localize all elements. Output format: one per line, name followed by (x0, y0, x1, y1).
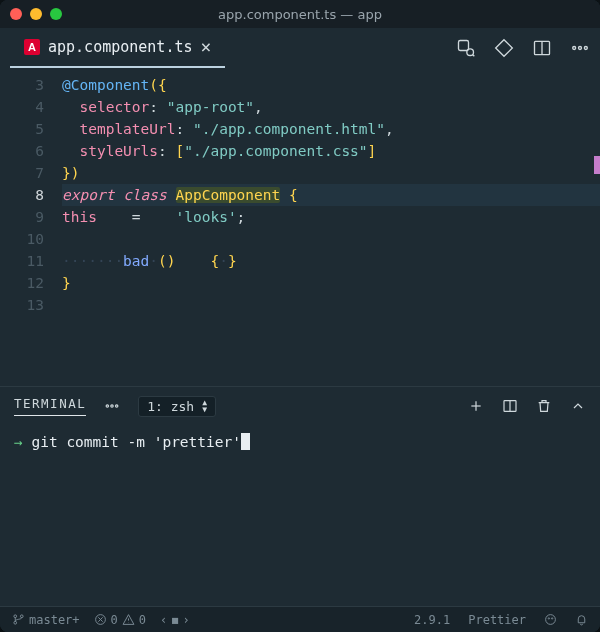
code-editor[interactable]: 345678910111213 @Component({ selector: "… (0, 68, 600, 386)
code-line[interactable] (62, 294, 600, 316)
minimize-window-button[interactable] (30, 8, 42, 20)
code-line[interactable]: templateUrl: "./app.component.html", (62, 118, 600, 140)
angular-icon: A (24, 39, 40, 55)
nav-prev[interactable]: ‹ (160, 613, 167, 627)
panel-maximize-icon[interactable] (570, 398, 586, 414)
notifications-icon[interactable] (575, 613, 588, 626)
panel-more-icon[interactable] (104, 398, 120, 414)
nav-stop[interactable]: ◼ (171, 613, 178, 627)
shell-prompt-arrow: → (14, 434, 23, 450)
feedback-icon[interactable] (544, 613, 557, 626)
status-bar: master+ 0 0 ‹ ◼ › 2.9.1 Prettier (0, 606, 600, 632)
svg-point-14 (14, 615, 17, 618)
more-actions-icon[interactable] (570, 38, 590, 58)
window-title: app.component.ts — app (0, 7, 600, 22)
svg-point-6 (584, 47, 587, 50)
svg-point-22 (546, 615, 556, 625)
macos-titlebar[interactable]: app.component.ts — app (0, 0, 600, 28)
editor-actions (456, 38, 590, 58)
status-left: master+ 0 0 ‹ ◼ › (12, 613, 190, 627)
zoom-window-button[interactable] (50, 8, 62, 20)
stepper-icon: ▲▼ (202, 399, 207, 413)
code-line[interactable]: this = 'looks'; (62, 206, 600, 228)
prettier-status[interactable]: Prettier (468, 613, 526, 627)
error-count: 0 (111, 613, 118, 627)
nav-controls[interactable]: ‹ ◼ › (160, 613, 190, 627)
terminal-panel: TERMINAL 1: zsh ▲▼ → git commit -m 'pret… (0, 386, 600, 606)
source-control-icon[interactable] (494, 38, 514, 58)
traffic-lights (10, 8, 62, 20)
code-area[interactable]: @Component({ selector: "app-root", templ… (62, 74, 600, 386)
code-line[interactable]: ·······bad·() {·} (62, 250, 600, 272)
svg-point-9 (116, 405, 118, 407)
branch-icon (12, 613, 25, 626)
warning-count: 0 (139, 613, 146, 627)
nav-next[interactable]: › (183, 613, 190, 627)
split-editor-icon[interactable] (532, 38, 552, 58)
problems-widget[interactable]: 0 0 (94, 613, 146, 627)
line-number: 7 (0, 162, 62, 184)
new-terminal-icon[interactable] (468, 398, 484, 414)
svg-point-15 (14, 621, 17, 624)
svg-rect-0 (459, 41, 469, 51)
terminal-cursor (241, 433, 250, 450)
tab-close-icon[interactable]: × (201, 38, 212, 56)
line-number: 9 (0, 206, 62, 228)
svg-point-4 (573, 47, 576, 50)
code-line[interactable]: @Component({ (62, 74, 600, 96)
line-number: 5 (0, 118, 62, 140)
code-line[interactable]: styleUrls: ["./app.component.css"] (62, 140, 600, 162)
warning-icon (122, 613, 135, 626)
panel-tab-terminal[interactable]: TERMINAL (14, 396, 86, 416)
prettier-version[interactable]: 2.9.1 (414, 613, 450, 627)
tabs-left: A app.component.ts × (10, 28, 225, 68)
branch-name: master+ (29, 613, 80, 627)
find-replace-icon[interactable] (456, 38, 476, 58)
overview-ruler-mark (594, 156, 600, 174)
vscode-window: app.component.ts — app A app.component.t… (0, 0, 600, 632)
error-icon (94, 613, 107, 626)
code-line[interactable]: export class AppComponent { (62, 184, 600, 206)
tab-filename: app.component.ts (48, 38, 193, 56)
line-number-gutter: 345678910111213 (0, 74, 62, 386)
svg-point-16 (20, 615, 23, 618)
svg-point-24 (551, 618, 552, 619)
editor-tabs-bar: A app.component.ts × (0, 28, 600, 68)
terminal-view[interactable]: → git commit -m 'prettier' (0, 425, 600, 606)
line-number: 8 (0, 184, 62, 206)
line-number: 6 (0, 140, 62, 162)
code-line[interactable]: }) (62, 162, 600, 184)
terminal-command: git commit -m 'prettier' (31, 434, 241, 450)
terminal-selector[interactable]: 1: zsh ▲▼ (138, 396, 216, 417)
kill-terminal-icon[interactable] (536, 398, 552, 414)
close-window-button[interactable] (10, 8, 22, 20)
split-terminal-icon[interactable] (502, 398, 518, 414)
git-branch-widget[interactable]: master+ (12, 613, 80, 627)
status-right: 2.9.1 Prettier (414, 613, 588, 627)
svg-point-23 (548, 618, 549, 619)
svg-point-7 (106, 405, 108, 407)
panel-header: TERMINAL 1: zsh ▲▼ (0, 387, 600, 425)
line-number: 11 (0, 250, 62, 272)
terminal-selector-value: 1: zsh (147, 399, 194, 414)
line-number: 13 (0, 294, 62, 316)
code-line[interactable]: } (62, 272, 600, 294)
code-line[interactable] (62, 228, 600, 250)
line-number: 10 (0, 228, 62, 250)
svg-point-5 (579, 47, 582, 50)
line-number: 3 (0, 74, 62, 96)
svg-point-8 (111, 405, 113, 407)
svg-point-1 (467, 49, 474, 56)
line-number: 12 (0, 272, 62, 294)
code-line[interactable]: selector: "app-root", (62, 96, 600, 118)
line-number: 4 (0, 96, 62, 118)
tab-app-component[interactable]: A app.component.ts × (10, 28, 225, 68)
